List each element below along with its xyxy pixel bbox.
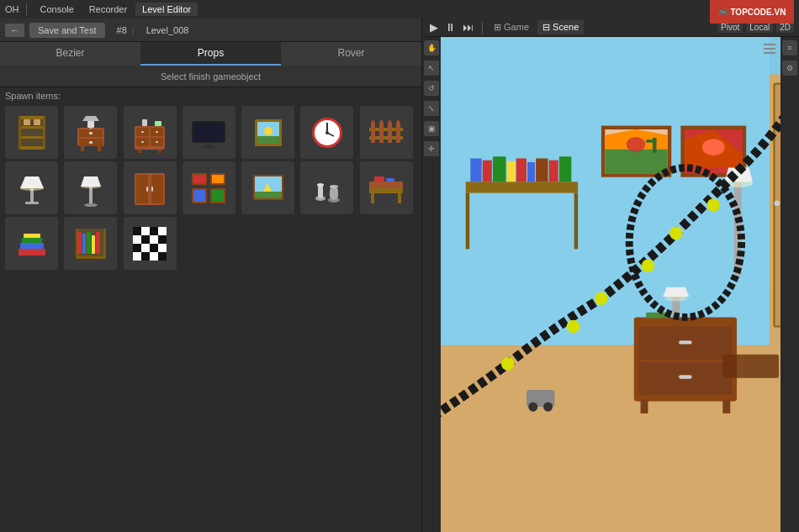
scale-tool-icon[interactable]: ⤡ — [424, 101, 439, 116]
svg-rect-131 — [559, 156, 571, 182]
item-lamp-floor[interactable] — [64, 161, 117, 214]
svg-rect-7 — [24, 119, 30, 125]
tab-rover[interactable]: Rover — [281, 42, 421, 66]
props-tabs-row: Bezier Props Rover — [0, 42, 421, 66]
item-fence[interactable] — [360, 106, 413, 159]
right-panel: ▶ ⏸ ⏭ ⊞ Game ⊟ Scene Pivot Local 2D ✋ ↖ … — [422, 18, 799, 532]
svg-rect-95 — [24, 234, 40, 238]
svg-rect-134 — [605, 149, 667, 173]
item-painting[interactable] — [241, 161, 294, 214]
svg-rect-102 — [87, 232, 91, 254]
svg-point-39 — [264, 127, 273, 135]
item-shelf-tall[interactable] — [5, 106, 58, 159]
layers-icon[interactable]: ≡ — [782, 40, 797, 55]
svg-rect-101 — [82, 234, 86, 254]
play-button[interactable]: ▶ — [427, 21, 441, 34]
svg-rect-25 — [156, 131, 158, 133]
item-clock[interactable] — [300, 106, 353, 159]
tab-props[interactable]: Props — [140, 42, 281, 66]
pause-button[interactable]: ⏸ — [442, 21, 458, 34]
item-vases[interactable] — [300, 161, 353, 214]
cursor-tool-icon[interactable]: ↖ — [424, 61, 439, 76]
item-nightstand[interactable] — [64, 106, 117, 159]
svg-rect-81 — [318, 185, 323, 198]
item-tv[interactable] — [183, 106, 235, 159]
tab-game[interactable]: ⊞ Game — [489, 20, 534, 34]
svg-rect-121 — [466, 193, 469, 250]
save-test-button[interactable]: Save and Test — [29, 23, 105, 38]
rect-tool-icon[interactable]: ▣ — [424, 121, 439, 136]
svg-rect-107 — [150, 227, 158, 235]
scene-view — [441, 37, 780, 532]
tab-bezier[interactable]: Bezier — [0, 42, 140, 66]
scene-sidebar-right: ≡ ⚙ — [780, 37, 799, 532]
item-checkerboard[interactable] — [124, 217, 177, 270]
svg-point-167 — [543, 403, 553, 412]
svg-point-158 — [501, 357, 515, 371]
svg-point-136 — [627, 137, 645, 152]
level-separator: | — [132, 25, 135, 35]
svg-point-163 — [706, 198, 720, 212]
svg-rect-29 — [158, 150, 161, 153]
svg-rect-129 — [536, 158, 548, 182]
svg-rect-33 — [193, 123, 224, 141]
tab-recorder[interactable]: Recorder — [82, 3, 134, 16]
svg-point-162 — [642, 259, 655, 272]
hand-tool-icon[interactable]: ✋ — [424, 40, 439, 55]
svg-rect-6 — [43, 116, 45, 150]
tab-scene[interactable]: ⊟ Scene — [537, 20, 584, 34]
svg-rect-3 — [19, 136, 45, 139]
svg-rect-38 — [257, 136, 279, 144]
svg-rect-150 — [679, 375, 692, 378]
svg-rect-126 — [507, 161, 516, 182]
svg-rect-49 — [379, 123, 384, 143]
item-dresser[interactable] — [124, 106, 177, 159]
svg-point-159 — [595, 292, 608, 305]
svg-rect-31 — [155, 121, 161, 126]
svg-rect-4 — [19, 146, 45, 150]
rotate-tool-icon[interactable]: ↺ — [424, 81, 439, 96]
svg-rect-151 — [641, 399, 648, 413]
level-number: #8 — [117, 25, 127, 35]
svg-rect-88 — [398, 193, 401, 203]
divider-1 — [26, 3, 27, 15]
svg-rect-93 — [20, 243, 44, 249]
items-grid — [0, 103, 421, 273]
svg-rect-100 — [77, 232, 82, 254]
svg-rect-35 — [200, 146, 217, 149]
svg-rect-16 — [87, 121, 94, 128]
svg-rect-27 — [156, 141, 158, 143]
item-books-stack[interactable] — [5, 217, 58, 270]
skip-button[interactable]: ⏭ — [460, 21, 476, 34]
item-bench[interactable] — [360, 161, 413, 214]
svg-marker-18 — [82, 116, 99, 121]
svg-rect-15 — [98, 146, 101, 151]
back-button[interactable]: ← — [5, 24, 24, 37]
svg-rect-124 — [483, 161, 492, 182]
scene-content-svg — [441, 37, 780, 532]
svg-rect-34 — [205, 143, 212, 146]
topcode-logo: 🎮 TOPCODE.VN — [710, 0, 794, 24]
svg-rect-13 — [89, 141, 93, 144]
item-wardrobe[interactable] — [124, 161, 177, 214]
move-tool-icon[interactable]: ✛ — [424, 141, 439, 156]
settings-icon[interactable]: ⚙ — [782, 61, 797, 76]
hamburger-line-3 — [764, 52, 775, 54]
svg-marker-54 — [396, 119, 400, 123]
tab-console[interactable]: Console — [34, 3, 81, 16]
item-books-shelf[interactable] — [64, 217, 117, 270]
svg-rect-75 — [212, 190, 224, 202]
svg-rect-108 — [141, 235, 150, 244]
hamburger-menu[interactable] — [764, 44, 775, 54]
svg-rect-153 — [722, 355, 779, 378]
tab-level-editor[interactable]: Level Editor — [135, 3, 198, 16]
item-picture-frame[interactable] — [241, 106, 294, 159]
svg-rect-28 — [138, 150, 141, 153]
svg-rect-138 — [646, 140, 656, 142]
svg-marker-52 — [388, 119, 392, 123]
item-lamp-table[interactable] — [5, 161, 58, 214]
item-wall-art[interactable] — [183, 161, 235, 214]
svg-rect-127 — [516, 158, 526, 182]
svg-rect-123 — [470, 158, 481, 182]
svg-rect-110 — [133, 244, 141, 252]
